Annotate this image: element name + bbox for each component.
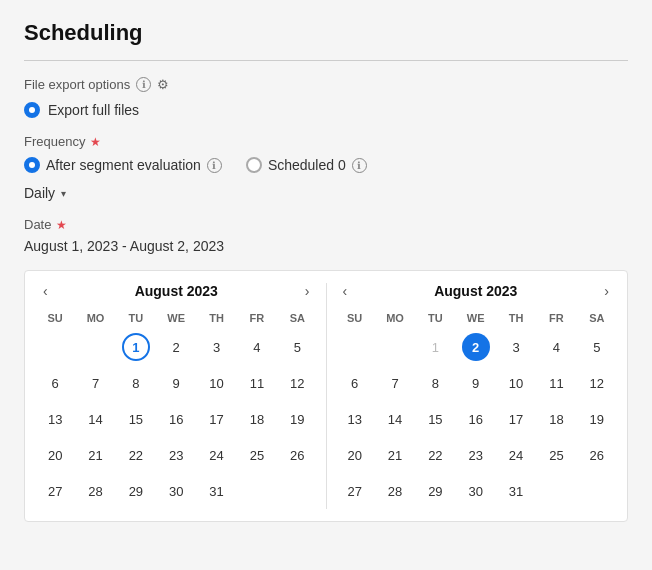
list-item[interactable]: 2 <box>156 329 196 365</box>
list-item[interactable]: 6 <box>35 365 75 401</box>
list-item[interactable]: 25 <box>536 437 576 473</box>
list-item[interactable]: 10 <box>196 365 236 401</box>
file-export-info-icon[interactable]: ℹ <box>136 77 151 92</box>
list-item[interactable]: 13 <box>35 401 75 437</box>
list-item[interactable]: 12 <box>277 365 317 401</box>
list-item[interactable]: 7 <box>375 365 415 401</box>
list-item[interactable]: 19 <box>577 401 617 437</box>
calendar-right: ‹ August 2023 › SU MO TU WE TH FR SA 123… <box>335 283 618 509</box>
list-item[interactable]: 16 <box>156 401 196 437</box>
calendar-left-prev-button[interactable]: ‹ <box>35 279 56 303</box>
daily-chevron-icon: ▾ <box>61 188 66 199</box>
calendar-right-prev-button[interactable]: ‹ <box>335 279 356 303</box>
table-row: 20212223242526 <box>35 437 318 473</box>
list-item[interactable]: 23 <box>156 437 196 473</box>
list-item <box>577 473 617 509</box>
list-item[interactable]: 28 <box>375 473 415 509</box>
calendar-left-title: August 2023 <box>35 283 318 299</box>
date-label-row: Date ★ <box>24 217 628 232</box>
list-item[interactable]: 30 <box>456 473 496 509</box>
list-item[interactable]: 11 <box>536 365 576 401</box>
list-item[interactable]: 3 <box>196 329 236 365</box>
list-item[interactable]: 18 <box>536 401 576 437</box>
list-item <box>375 329 415 365</box>
calendar-left-next-button[interactable]: › <box>297 279 318 303</box>
cal-left-mo: MO <box>75 309 115 329</box>
daily-dropdown[interactable]: Daily ▾ <box>24 183 66 203</box>
list-item[interactable]: 27 <box>335 473 375 509</box>
list-item[interactable]: 24 <box>196 437 236 473</box>
list-item[interactable]: 27 <box>35 473 75 509</box>
list-item[interactable]: 8 <box>415 365 455 401</box>
list-item[interactable]: 10 <box>496 365 536 401</box>
list-item[interactable]: 5 <box>277 329 317 365</box>
list-item[interactable]: 3 <box>496 329 536 365</box>
table-row: 12345 <box>335 329 618 365</box>
list-item[interactable]: 17 <box>196 401 236 437</box>
list-item[interactable]: 1 <box>415 329 455 365</box>
list-item[interactable]: 22 <box>415 437 455 473</box>
list-item[interactable]: 26 <box>277 437 317 473</box>
scheduled-label: Scheduled 0 <box>268 157 346 173</box>
table-row: 2728293031 <box>35 473 318 509</box>
cal-right-th: TH <box>496 309 536 329</box>
calendar-right-next-button[interactable]: › <box>596 279 617 303</box>
file-export-section: File export options ℹ ⚙ <box>24 77 628 92</box>
list-item[interactable]: 19 <box>277 401 317 437</box>
list-item[interactable]: 13 <box>335 401 375 437</box>
list-item[interactable]: 16 <box>456 401 496 437</box>
list-item[interactable]: 14 <box>375 401 415 437</box>
after-segment-label: After segment evaluation <box>46 157 201 173</box>
list-item[interactable]: 6 <box>335 365 375 401</box>
date-label-text: Date <box>24 217 51 232</box>
list-item[interactable]: 4 <box>536 329 576 365</box>
list-item[interactable]: 9 <box>156 365 196 401</box>
cal-right-we: WE <box>456 309 496 329</box>
list-item[interactable]: 21 <box>75 437 115 473</box>
list-item[interactable]: 24 <box>496 437 536 473</box>
list-item[interactable]: 29 <box>415 473 455 509</box>
file-export-gear-icon[interactable]: ⚙ <box>157 77 169 92</box>
list-item[interactable]: 12 <box>577 365 617 401</box>
export-full-files-radio[interactable] <box>24 102 40 118</box>
list-item[interactable]: 11 <box>237 365 277 401</box>
list-item[interactable]: 28 <box>75 473 115 509</box>
after-segment-option[interactable]: After segment evaluation ℹ <box>24 157 222 173</box>
list-item[interactable]: 1 <box>116 329 156 365</box>
after-segment-radio[interactable] <box>24 157 40 173</box>
list-item[interactable]: 7 <box>75 365 115 401</box>
cal-right-mo: MO <box>375 309 415 329</box>
list-item[interactable]: 31 <box>196 473 236 509</box>
list-item[interactable]: 15 <box>415 401 455 437</box>
list-item[interactable]: 14 <box>75 401 115 437</box>
list-item[interactable]: 25 <box>237 437 277 473</box>
list-item[interactable]: 31 <box>496 473 536 509</box>
list-item[interactable]: 8 <box>116 365 156 401</box>
list-item <box>335 329 375 365</box>
cal-left-su: SU <box>35 309 75 329</box>
after-segment-info-icon[interactable]: ℹ <box>207 158 222 173</box>
list-item[interactable]: 20 <box>335 437 375 473</box>
list-item[interactable]: 29 <box>116 473 156 509</box>
list-item[interactable]: 30 <box>156 473 196 509</box>
scheduled-info-icon[interactable]: ℹ <box>352 158 367 173</box>
scheduled-radio[interactable] <box>246 157 262 173</box>
export-full-files-label: Export full files <box>48 102 139 118</box>
scheduled-option[interactable]: Scheduled 0 ℹ <box>246 157 367 173</box>
list-item[interactable]: 22 <box>116 437 156 473</box>
list-item[interactable]: 9 <box>456 365 496 401</box>
list-item[interactable]: 18 <box>237 401 277 437</box>
list-item[interactable]: 21 <box>375 437 415 473</box>
list-item[interactable]: 4 <box>237 329 277 365</box>
list-item <box>35 329 75 365</box>
table-row: 20212223242526 <box>335 437 618 473</box>
list-item[interactable]: 2 <box>456 329 496 365</box>
list-item[interactable]: 5 <box>577 329 617 365</box>
export-option-row: Export full files <box>24 102 628 118</box>
list-item[interactable]: 20 <box>35 437 75 473</box>
daily-label: Daily <box>24 185 55 201</box>
list-item[interactable]: 17 <box>496 401 536 437</box>
list-item[interactable]: 23 <box>456 437 496 473</box>
list-item[interactable]: 26 <box>577 437 617 473</box>
list-item[interactable]: 15 <box>116 401 156 437</box>
